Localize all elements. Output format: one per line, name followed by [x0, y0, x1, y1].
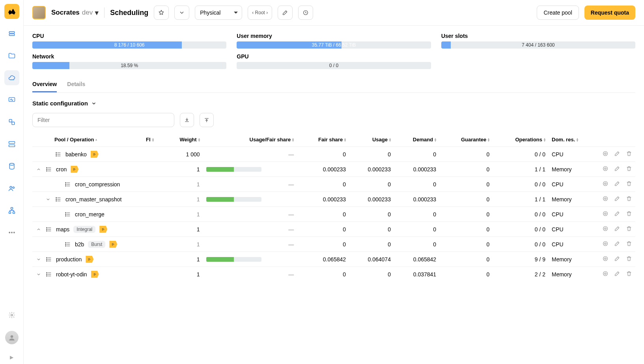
svg-rect-0 [9, 32, 14, 33]
edit-icon[interactable] [614, 150, 620, 158]
row-name[interactable]: production [56, 256, 82, 263]
breadcrumb[interactable]: ‹ Root › [248, 6, 272, 20]
link-icon[interactable] [602, 165, 609, 173]
nav-structure[interactable] [4, 203, 19, 218]
nav-replication[interactable] [4, 114, 19, 129]
nav-disks[interactable] [4, 26, 19, 41]
create-pool-button[interactable]: Create pool [537, 6, 579, 20]
svg-point-7 [9, 163, 14, 165]
link-icon[interactable] [602, 210, 609, 218]
edit-icon[interactable] [614, 225, 620, 233]
mode-select[interactable]: Physical [195, 6, 242, 20]
row-name[interactable]: robot-yt-odin [56, 271, 87, 278]
caret-down-icon[interactable] [45, 196, 51, 203]
col-label: Demand [413, 137, 433, 143]
guarantee-cell: 0 [439, 147, 493, 162]
main-area: Socrates dev ▾ Scheduling Physical ‹ Roo… [24, 0, 644, 364]
filter-input[interactable] [32, 113, 174, 127]
caret-up-icon[interactable] [35, 166, 42, 173]
col-operations[interactable]: Operations ▴▾ [515, 137, 545, 143]
caret-up-icon[interactable] [35, 226, 42, 233]
col-fair-share[interactable]: Fair share ▴▾ [318, 137, 346, 143]
col-weight[interactable]: Weight ▴▾ [180, 137, 200, 143]
caret-down-icon[interactable] [35, 271, 42, 278]
operations-cell: 1 / 1 [493, 162, 549, 177]
svg-point-52 [47, 274, 47, 275]
usage-bar [206, 257, 261, 262]
fair-share-cell: 0.000233 [297, 162, 349, 177]
download-button[interactable] [180, 113, 194, 127]
section-static-config[interactable]: Static configuration [32, 100, 635, 107]
col-fi[interactable]: FI ▴▾ [146, 137, 154, 143]
col-usage-fair[interactable]: Usage/Fair share ▴▾ [250, 137, 294, 143]
edit-icon[interactable] [614, 240, 620, 248]
svg-point-37 [65, 216, 66, 216]
delete-icon[interactable] [626, 270, 632, 278]
delete-icon[interactable] [626, 165, 632, 173]
nav-storage[interactable] [4, 159, 19, 174]
favorite-button[interactable] [154, 6, 169, 20]
link-icon[interactable] [602, 240, 609, 248]
row-name[interactable]: cron_master_snapshot [65, 196, 121, 203]
row-name[interactable]: b2b [75, 241, 84, 248]
tab-details[interactable]: Details [67, 79, 85, 92]
nav-files[interactable] [4, 48, 19, 63]
guarantee-cell: 0 [439, 207, 493, 222]
link-icon[interactable] [602, 225, 609, 233]
delete-icon[interactable] [626, 150, 632, 158]
collapse-sidebar-icon[interactable]: ▶ [10, 355, 13, 360]
link-icon[interactable] [602, 270, 609, 278]
delete-icon[interactable] [626, 195, 632, 203]
link-icon[interactable] [602, 180, 609, 188]
edit-button[interactable] [278, 6, 293, 20]
nav-users[interactable] [4, 181, 19, 196]
delete-icon[interactable] [626, 255, 632, 263]
nav-monitor[interactable] [4, 92, 19, 107]
nav-hosts[interactable] [4, 137, 19, 152]
topbar: Socrates dev ▾ Scheduling Physical ‹ Roo… [24, 0, 644, 26]
pools-table: Pool / Operation ▴ FI ▴▾ Weight ▴▾ Usage… [32, 133, 635, 281]
edit-icon[interactable] [614, 180, 620, 188]
nav-more[interactable] [4, 225, 19, 240]
dom-res-cell: CPU [549, 207, 584, 222]
col-dom-res[interactable]: Dom. res. ▴▾ [552, 137, 578, 143]
col-name[interactable]: Pool / Operation ▴ [54, 137, 97, 143]
svg-point-28 [65, 184, 66, 185]
col-guarantee[interactable]: Guarantee ▴▾ [461, 137, 489, 143]
link-icon[interactable] [602, 255, 609, 263]
network-bar-label: 18.59 % [121, 63, 138, 68]
nav-cloud[interactable] [4, 70, 19, 85]
edit-icon[interactable] [614, 210, 620, 218]
time-settings-button[interactable] [298, 6, 313, 20]
edit-icon[interactable] [614, 195, 620, 203]
tab-overview[interactable]: Overview [32, 79, 57, 92]
edit-icon[interactable] [614, 255, 620, 263]
edit-icon[interactable] [614, 270, 620, 278]
request-quota-button[interactable]: Request quota [584, 6, 635, 20]
upload-button[interactable] [200, 113, 214, 127]
gauge-mem-gpu: User memory 35.77 TiB / 66.52 TiB GPU 0 … [237, 33, 431, 69]
delete-icon[interactable] [626, 180, 632, 188]
demand-cell: 0.065842 [394, 252, 439, 267]
col-usage[interactable]: Usage ▴▾ [372, 137, 391, 143]
favorite-list-button[interactable] [174, 6, 189, 20]
app-logo[interactable] [4, 4, 19, 19]
user-avatar[interactable] [5, 331, 19, 344]
row-name[interactable]: babenko [65, 151, 87, 158]
row-name[interactable]: maps [56, 226, 69, 233]
link-icon[interactable] [602, 195, 609, 203]
delete-icon[interactable] [626, 210, 632, 218]
operations-cell: 0 / 0 [493, 207, 549, 222]
caret-down-icon[interactable] [35, 256, 42, 263]
edit-icon[interactable] [614, 165, 620, 173]
cluster-avatar[interactable] [32, 6, 46, 19]
col-demand[interactable]: Demand ▴▾ [413, 137, 436, 143]
settings-icon[interactable] [8, 311, 15, 320]
row-name[interactable]: cron_merge [75, 211, 105, 218]
link-icon[interactable] [602, 150, 609, 158]
cluster-selector[interactable]: Socrates dev ▾ [51, 9, 99, 17]
delete-icon[interactable] [626, 225, 632, 233]
row-name[interactable]: cron_compression [75, 181, 120, 188]
delete-icon[interactable] [626, 240, 632, 248]
row-name[interactable]: cron [56, 166, 67, 173]
